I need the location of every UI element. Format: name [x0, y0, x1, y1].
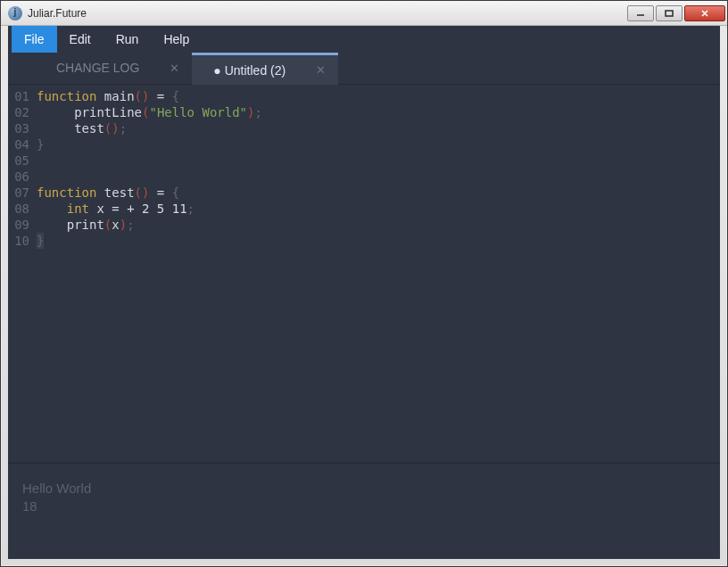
window-frame: Juliar.Future FileEditRunHelp CHANGE LOG…: [0, 0, 728, 567]
code-line[interactable]: }: [37, 136, 720, 152]
app-body: FileEditRunHelp CHANGE LOG✕● Untitled (2…: [8, 26, 720, 559]
code-line[interactable]: printLine("Hello World");: [37, 104, 720, 120]
code-line[interactable]: function test() = {: [37, 185, 720, 201]
app-icon: [8, 6, 22, 21]
svg-rect-0: [666, 11, 673, 16]
line-gutter: 01020304050607080910: [8, 88, 37, 249]
menubar: FileEditRunHelp: [8, 26, 720, 53]
line-number: 01: [8, 88, 29, 104]
minimize-icon: [635, 9, 646, 18]
tab-1[interactable]: ● Untitled (2)✕: [192, 53, 338, 85]
tab-label: CHANGE LOG: [56, 61, 139, 75]
menu-edit[interactable]: Edit: [57, 26, 103, 53]
close-button[interactable]: [684, 5, 725, 21]
code-line[interactable]: print(x);: [37, 217, 720, 233]
line-number: 09: [8, 217, 29, 233]
tab-close-icon[interactable]: ✕: [312, 63, 329, 77]
window-controls: [627, 5, 725, 21]
window-title: Juliar.Future: [28, 7, 627, 20]
output-panel: Hello World18: [8, 463, 720, 559]
line-number: 07: [8, 185, 29, 201]
code-line[interactable]: function main() = {: [37, 88, 720, 104]
output-line: 18: [22, 497, 706, 515]
code-line[interactable]: [37, 152, 720, 168]
close-icon: [699, 9, 710, 18]
tabbar: CHANGE LOG✕● Untitled (2)✕: [8, 53, 720, 85]
code-line[interactable]: int x = + 2 5 11;: [37, 201, 720, 217]
line-number: 05: [8, 152, 29, 168]
code-line[interactable]: [37, 168, 720, 185]
line-number: 03: [8, 120, 29, 136]
minimize-button[interactable]: [627, 5, 654, 21]
code-line[interactable]: test();: [37, 120, 720, 136]
editor[interactable]: 01020304050607080910 function main() = {…: [8, 85, 720, 463]
code-area[interactable]: function main() = { printLine("Hello Wor…: [37, 88, 720, 249]
tab-close-icon[interactable]: ✕: [166, 62, 183, 75]
line-number: 04: [8, 136, 29, 152]
maximize-button[interactable]: [656, 5, 682, 21]
titlebar[interactable]: Juliar.Future: [1, 1, 727, 26]
code-line[interactable]: }: [37, 233, 720, 249]
menu-file[interactable]: File: [12, 26, 57, 53]
menu-help[interactable]: Help: [151, 26, 202, 53]
menu-run[interactable]: Run: [103, 26, 152, 53]
tab-label: ● Untitled (2): [213, 63, 285, 78]
tab-0[interactable]: CHANGE LOG✕: [35, 52, 192, 84]
line-number: 08: [8, 201, 29, 217]
line-number: 02: [8, 104, 29, 120]
line-number: 10: [8, 233, 29, 249]
maximize-icon: [664, 9, 674, 18]
output-line: Hello World: [22, 480, 706, 497]
line-number: 06: [8, 168, 29, 185]
